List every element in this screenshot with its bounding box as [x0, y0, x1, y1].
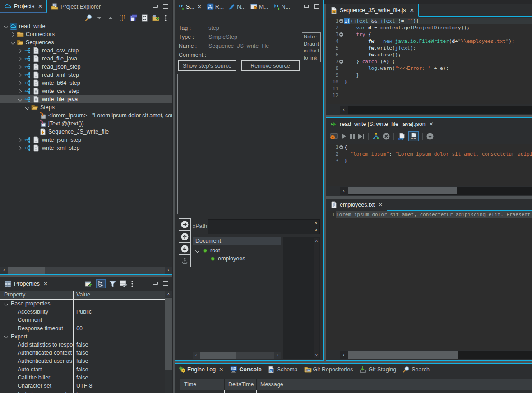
view-menu-icon[interactable] — [165, 15, 167, 21]
tree-item-write_file_java[interactable]: write_file_java — [0, 95, 172, 103]
column-deltatime[interactable]: DeltaTime — [225, 379, 257, 390]
remove-source-button[interactable]: Remove source — [241, 60, 300, 71]
tree-item-write_xml_step[interactable]: write_xml_step — [0, 144, 172, 152]
collapse-all-icon[interactable] — [108, 16, 113, 20]
projects-hscrollbar[interactable]: ‹ › — [0, 267, 172, 274]
maximize-icon[interactable] — [163, 4, 168, 9]
tab-projects[interactable]: Projects ✕ — [0, 0, 47, 13]
js-code-area[interactable]: 1if(jText && jText != ""){2 var d = cont… — [326, 18, 532, 104]
tree-item-jtext-text-[interactable]: abjText @(text()) — [0, 120, 172, 128]
properties-maximize-icon[interactable] — [163, 281, 168, 286]
seq-maximize-icon[interactable] — [314, 4, 319, 9]
refresh-icon[interactable] — [141, 14, 148, 22]
tab-close-icon[interactable]: ✕ — [197, 4, 202, 9]
tree-item-write_b64_step[interactable]: write_b64_step — [0, 79, 172, 87]
column-property[interactable]: Property — [0, 291, 74, 299]
xpath-down-button[interactable] — [179, 243, 191, 255]
properties-vscrollbar[interactable]: ˄ — [165, 291, 172, 393]
tab-txt-close-icon[interactable]: ✕ — [378, 202, 383, 208]
property-row-authenticated-context-re[interactable]: Authenticated context refalse — [0, 349, 165, 357]
fold-marker-icon[interactable] — [338, 144, 344, 151]
fold-marker-icon[interactable] — [338, 31, 344, 38]
chevron-collapsed-icon[interactable] — [18, 89, 22, 93]
tab-close-icon[interactable]: ✕ — [219, 367, 223, 372]
json-hscrollbar[interactable]: ‹ — [340, 187, 532, 195]
chevron-collapsed-icon[interactable] — [18, 81, 22, 85]
fold-marker-icon[interactable] — [338, 18, 344, 24]
log-tab-git-repositories[interactable]: GITGit Repositories — [301, 364, 356, 375]
seq-minimize-icon[interactable] — [304, 5, 309, 8]
json-view-icon[interactable]: JSON — [408, 131, 419, 141]
document-node-root[interactable]: root — [193, 246, 281, 254]
stop-icon[interactable] — [383, 133, 390, 140]
scroll-down-icon[interactable]: ˅ — [314, 352, 319, 358]
tree-item-steps[interactable]: Steps — [0, 103, 172, 111]
log-tab-schema[interactable]: SSchema — [265, 364, 301, 375]
tab-properties[interactable]: Properties ✕ — [0, 277, 52, 290]
document-hscrollbar[interactable]: ‹ › — [193, 352, 281, 359]
log-tab-console[interactable]: Console — [227, 364, 264, 375]
run-engine-icon[interactable] — [330, 132, 338, 140]
show-categories-icon[interactable] — [96, 279, 106, 288]
column-time[interactable]: Time — [180, 379, 225, 390]
xpath-result-list[interactable]: ˄ ˅ — [283, 237, 320, 359]
restore-default-icon[interactable] — [120, 280, 128, 287]
property-row-add-statistics-to-response[interactable]: Add statistics to responsefalse — [0, 341, 165, 349]
seq-editor-tab-1[interactable]: R... — [204, 0, 226, 13]
link-with-editor-icon[interactable] — [119, 14, 126, 21]
property-row-base-properties[interactable]: Base properties — [0, 300, 165, 308]
log-tab-search[interactable]: Search — [399, 364, 433, 375]
tab-properties-close-icon[interactable]: ✕ — [43, 281, 48, 287]
tab-js-close-icon[interactable]: ✕ — [410, 8, 414, 13]
tree-item-sequence_js_write_file[interactable]: Sequence_JS_write_file — [0, 128, 172, 136]
tree-item-read_file_java[interactable]: read_file_java — [0, 55, 172, 63]
tree-item-write_csv_step[interactable]: write_csv_step — [0, 87, 172, 95]
xml-view-icon[interactable]: xml — [398, 133, 406, 140]
log-tab-git-staging[interactable]: Git Staging — [356, 364, 399, 375]
txt-code-area[interactable]: 1 Lorem ipsum dolor sit amet, consectetu… — [326, 211, 532, 350]
tab-json-file[interactable]: read_write [S: write_file_java].json ✕ — [326, 118, 438, 130]
chevron-collapsed-icon[interactable] — [11, 32, 15, 37]
xpath-input[interactable] — [208, 219, 320, 234]
show-source-button[interactable]: Show step's source — [178, 60, 236, 71]
property-row-response-timeout[interactable]: Response timeout60 — [0, 324, 165, 333]
chevron-expanded-icon[interactable] — [4, 24, 8, 28]
xpath-up-button[interactable] — [179, 231, 191, 243]
scroll-left-icon[interactable]: ‹ — [340, 351, 348, 359]
property-row-expert[interactable]: Expert — [0, 333, 165, 341]
chevron-expanded-icon[interactable] — [4, 334, 8, 338]
search-menu-chevron-icon[interactable] — [97, 16, 102, 20]
scroll-left-icon[interactable]: ‹ — [193, 352, 200, 359]
seq-editor-tab-0[interactable]: S...✕ — [175, 0, 204, 13]
property-row-comment[interactable]: Comment — [0, 316, 165, 324]
scroll-left-icon[interactable]: ‹ — [340, 106, 348, 114]
column-value[interactable]: Value — [74, 291, 165, 299]
tab-project-explorer[interactable]: Project Explorer — [47, 0, 105, 13]
property-row-character-set[interactable]: Character setUTF-8 — [0, 382, 165, 390]
fold-marker-icon[interactable] — [338, 58, 344, 65]
tree-item--lorem_ipsum-lorem-ipsum-dolor[interactable]: <lorem_ipsum> ="Lorem ipsum dolor sit am… — [0, 111, 172, 120]
sequence-run-icon[interactable] — [372, 133, 380, 140]
txt-hscrollbar[interactable]: ‹ — [340, 351, 532, 359]
result-list-vscrollbar[interactable]: ˄ ˅ — [314, 238, 319, 358]
download-icon[interactable] — [426, 133, 434, 140]
tree-item-sequences[interactable]: Sequences — [0, 38, 172, 46]
tree-item-read_write[interactable]: read_write — [0, 22, 172, 30]
import-project-icon[interactable] — [152, 14, 160, 21]
pause-icon[interactable] — [350, 134, 355, 139]
seq-editor-tab-2[interactable]: N... — [226, 0, 248, 13]
chevron-collapsed-icon[interactable] — [18, 73, 22, 77]
scroll-up-icon[interactable]: ˄ — [165, 291, 172, 297]
step-over-icon[interactable] — [358, 134, 365, 139]
scroll-left-icon[interactable]: ‹ — [340, 187, 348, 195]
property-row-auto-start[interactable]: Auto startfalse — [0, 365, 165, 374]
property-row-call-the-biller[interactable]: Call the billerfalse — [0, 374, 165, 382]
xpath-anchor-button[interactable] — [179, 255, 191, 267]
source-area[interactable] — [177, 74, 321, 214]
search-icon[interactable] — [85, 14, 93, 22]
filter-icon[interactable] — [109, 281, 116, 287]
chevron-collapsed-icon[interactable] — [18, 49, 22, 53]
chevron-collapsed-icon[interactable] — [18, 57, 22, 61]
chevron-expanded-icon[interactable] — [195, 249, 199, 253]
scroll-right-icon[interactable]: › — [274, 352, 281, 359]
